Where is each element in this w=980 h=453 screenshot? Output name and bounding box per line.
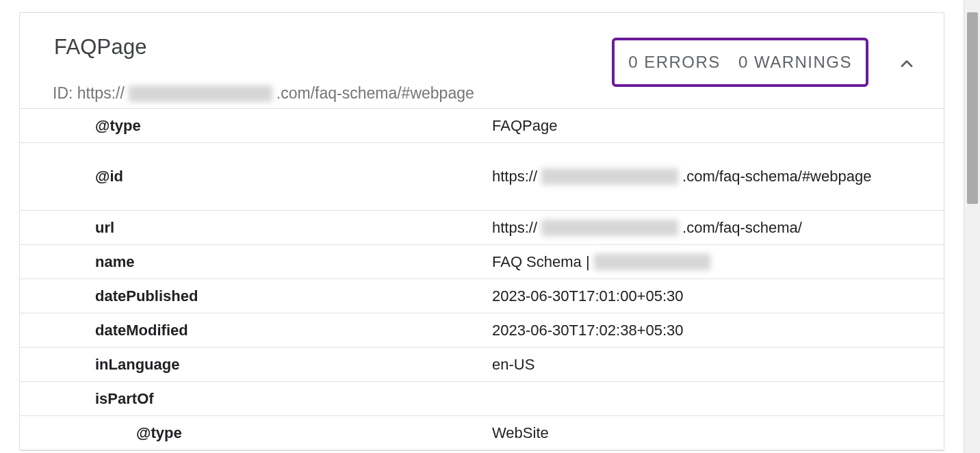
table-row: dateModified 2023-06-30T17:02:38+05:30 [20, 313, 944, 348]
page-surface: FAQPage ID: https:// .com/faq-schema/#we… [0, 0, 964, 453]
table-row: @id https:// .com/faq-schema/#webpage [20, 143, 944, 211]
warnings-count: 0 WARNINGS [738, 53, 852, 72]
redacted-sitename [594, 254, 710, 270]
errors-count: 0 ERRORS [628, 53, 721, 72]
table-row: @type WebSite [20, 416, 944, 450]
schema-id-line: ID: https:// .com/faq-schema/#webpage [53, 84, 474, 103]
prop-key-type: @type [20, 117, 492, 135]
table-row: @type FAQPage [20, 109, 944, 143]
prop-val-nested-type: WebSite [492, 421, 944, 445]
table-row: inLanguage en-US [20, 348, 944, 382]
collapse-toggle[interactable] [897, 54, 916, 73]
scrollbar-thumb[interactable] [967, 12, 978, 204]
prop-key-nested-type: @type [20, 424, 492, 442]
schema-type-title: FAQPage [54, 35, 147, 60]
prop-val-url: https:// .com/faq-schema/ [492, 216, 944, 240]
prop-key-ispartof: isPartOf [20, 390, 492, 408]
table-row: isPartOf [20, 382, 944, 416]
prop-key-name: name [20, 253, 492, 271]
prop-key-url: url [20, 219, 492, 237]
redacted-domain [541, 220, 678, 236]
table-row: name FAQ Schema | [20, 245, 944, 279]
prop-val-datemodified: 2023-06-30T17:02:38+05:30 [492, 318, 944, 342]
prop-val-type: FAQPage [492, 114, 944, 138]
prop-key-id: @id [20, 168, 492, 185]
vertical-scrollbar[interactable] [964, 0, 980, 453]
table-row: url https:// .com/faq-schema/ [20, 211, 944, 245]
redacted-domain [129, 86, 272, 102]
id-suffix: .com/faq-schema/#webpage [276, 84, 474, 103]
prop-key-inlanguage: inLanguage [20, 356, 492, 374]
redacted-domain [541, 168, 678, 185]
card-header: FAQPage ID: https:// .com/faq-schema/#we… [20, 13, 944, 109]
schema-card: FAQPage ID: https:// .com/faq-schema/#we… [19, 12, 944, 451]
prop-key-datemodified: dateModified [20, 322, 492, 339]
validation-badge-box: 0 ERRORS 0 WARNINGS [612, 38, 868, 87]
prop-val-id: https:// .com/faq-schema/#webpage [492, 164, 944, 188]
prop-val-inlanguage: en-US [492, 352, 944, 376]
prop-val-datepublished: 2023-06-30T17:01:00+05:30 [492, 284, 944, 308]
property-rows: @type FAQPage @id https:// .com/faq-sche… [20, 109, 944, 450]
id-prefix: ID: https:// [53, 84, 125, 103]
chevron-up-icon [897, 54, 916, 73]
prop-val-name: FAQ Schema | [492, 250, 944, 274]
table-row: datePublished 2023-06-30T17:01:00+05:30 [20, 279, 944, 313]
prop-key-datepublished: datePublished [20, 287, 492, 305]
